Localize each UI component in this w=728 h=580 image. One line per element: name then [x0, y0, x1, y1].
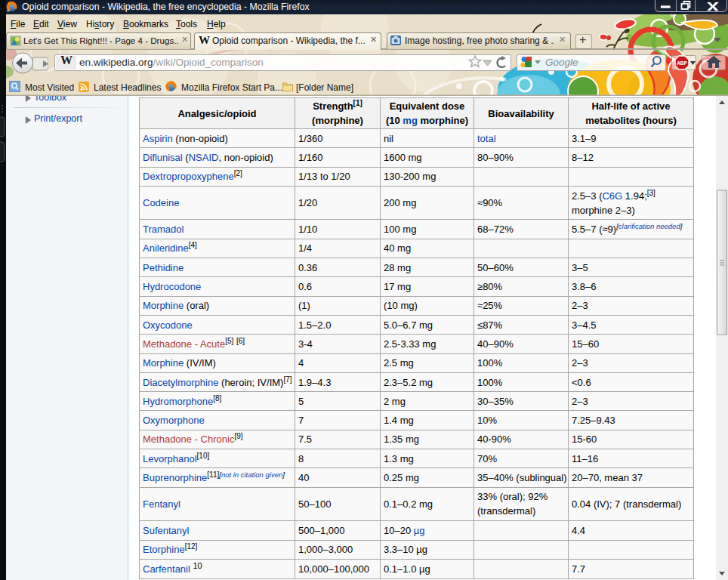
svg-text:ABP: ABP	[677, 60, 687, 66]
